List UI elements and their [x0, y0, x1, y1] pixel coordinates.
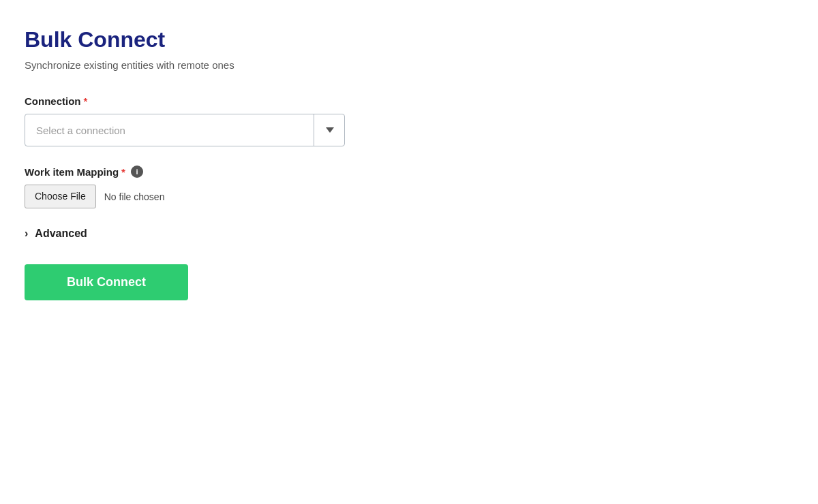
page-container: Bulk Connect Synchronize existing entiti…	[0, 0, 409, 328]
file-input-wrapper[interactable]: Choose File	[25, 185, 96, 208]
file-input-row: Choose File No file chosen	[25, 185, 384, 208]
connection-label-text: Connection	[25, 95, 81, 107]
page-title: Bulk Connect	[25, 27, 384, 52]
work-item-mapping-group: Work item Mapping * i Choose File No fil…	[25, 166, 384, 208]
bulk-connect-button[interactable]: Bulk Connect	[25, 264, 188, 300]
work-item-mapping-label-text: Work item Mapping	[25, 166, 119, 178]
no-file-text: No file chosen	[104, 191, 165, 202]
advanced-toggle[interactable]: › Advanced	[25, 227, 384, 240]
advanced-chevron-icon: ›	[25, 227, 28, 240]
connection-select-wrapper: Select a connection	[25, 114, 345, 146]
work-item-mapping-required-star: *	[121, 166, 125, 178]
advanced-label: Advanced	[35, 227, 87, 240]
work-item-mapping-label: Work item Mapping * i	[25, 166, 384, 178]
connection-group: Connection* Select a connection	[25, 95, 384, 146]
connection-select[interactable]: Select a connection	[25, 114, 345, 146]
page-subtitle: Synchronize existing entities with remot…	[25, 59, 384, 71]
info-icon[interactable]: i	[131, 166, 143, 178]
connection-required-star: *	[84, 95, 88, 107]
connection-label: Connection*	[25, 95, 384, 107]
